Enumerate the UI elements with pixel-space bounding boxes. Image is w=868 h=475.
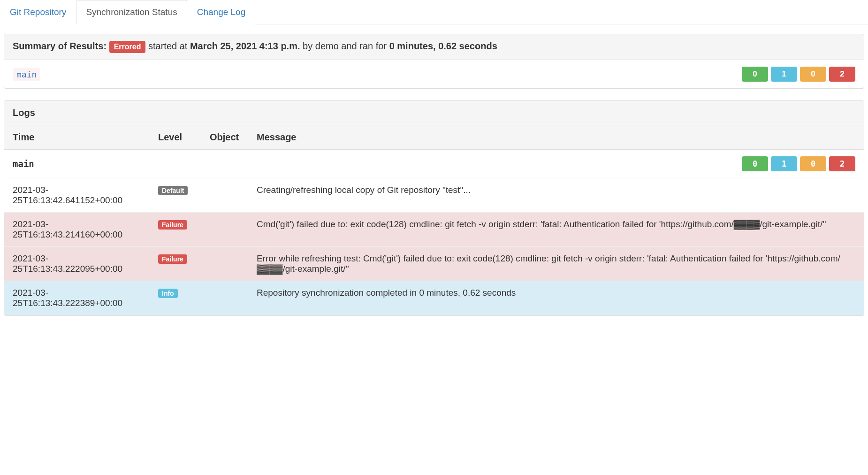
summary-by-prefix: by bbox=[303, 41, 312, 51]
status-badge: Errored bbox=[109, 41, 146, 53]
summary-started-prefix: started at bbox=[148, 41, 187, 51]
log-group-counts: 0 1 0 2 bbox=[739, 156, 855, 171]
level-badge: Info bbox=[158, 289, 178, 298]
log-time: 2021-03-25T16:13:42.641152+00:00 bbox=[4, 178, 150, 213]
summary-started-at: March 25, 2021 4:13 p.m. bbox=[190, 41, 300, 51]
log-message: Cmd('git') failed due to: exit code(128)… bbox=[248, 213, 864, 247]
col-time: Time bbox=[4, 125, 150, 150]
log-object bbox=[201, 281, 248, 315]
log-row: 2021-03-25T16:13:43.222389+00:00 Info Re… bbox=[4, 281, 864, 315]
log-message: Error while refreshing test: Cmd('git') … bbox=[248, 247, 864, 281]
logs-panel: Logs Time Level Object Message main 0 1 … bbox=[4, 100, 864, 316]
log-group-name: main bbox=[13, 159, 34, 169]
col-object: Object bbox=[201, 125, 248, 150]
tab-bar: Git Repository Synchronization Status Ch… bbox=[0, 0, 868, 24]
count-success: 0 bbox=[742, 67, 768, 82]
group-count-failure: 2 bbox=[829, 156, 855, 171]
summary-title: Summary of Results: bbox=[13, 41, 107, 51]
level-badge: Failure bbox=[158, 254, 187, 264]
log-object bbox=[201, 213, 248, 247]
log-row: 2021-03-25T16:13:43.214160+00:00 Failure… bbox=[4, 213, 864, 247]
count-warning: 0 bbox=[800, 67, 826, 82]
logs-title: Logs bbox=[4, 101, 864, 125]
log-level: Failure bbox=[150, 213, 201, 247]
summary-header: Summary of Results: Errored started at M… bbox=[4, 34, 864, 60]
log-message: Repository synchronization completed in … bbox=[248, 281, 864, 315]
tab-synchronization-status[interactable]: Synchronization Status bbox=[76, 0, 187, 24]
log-time: 2021-03-25T16:13:43.222095+00:00 bbox=[4, 247, 150, 281]
level-badge: Default bbox=[158, 186, 188, 195]
logs-header-row: Time Level Object Message bbox=[4, 125, 864, 150]
count-info: 1 bbox=[771, 67, 797, 82]
level-badge: Failure bbox=[158, 220, 187, 230]
log-level: Failure bbox=[150, 247, 201, 281]
summary-ran-prefix: and ran for bbox=[341, 41, 387, 51]
summary-by-user: demo bbox=[315, 41, 339, 51]
log-object bbox=[201, 178, 248, 213]
log-level: Default bbox=[150, 178, 201, 213]
group-count-success: 0 bbox=[742, 156, 768, 171]
log-level: Info bbox=[150, 281, 201, 315]
summary-duration: 0 minutes, 0.62 seconds bbox=[389, 41, 497, 51]
branch-link[interactable]: main bbox=[16, 69, 37, 79]
summary-body: main 0 1 0 2 bbox=[4, 60, 864, 88]
group-count-info: 1 bbox=[771, 156, 797, 171]
branch-tag: main bbox=[13, 68, 40, 81]
summary-panel: Summary of Results: Errored started at M… bbox=[4, 34, 864, 89]
branch-counts: 0 1 0 2 bbox=[739, 67, 855, 82]
tab-git-repository[interactable]: Git Repository bbox=[0, 0, 76, 24]
tab-change-log[interactable]: Change Log bbox=[187, 0, 256, 24]
log-group-row: main 0 1 0 2 bbox=[4, 150, 864, 178]
col-message: Message bbox=[248, 125, 864, 150]
log-object bbox=[201, 247, 248, 281]
logs-table: Time Level Object Message main 0 1 0 2 bbox=[4, 125, 864, 315]
count-failure: 2 bbox=[829, 67, 855, 82]
log-message: Creating/refreshing local copy of Git re… bbox=[248, 178, 864, 213]
log-time: 2021-03-25T16:13:43.222389+00:00 bbox=[4, 281, 150, 315]
log-row: 2021-03-25T16:13:42.641152+00:00 Default… bbox=[4, 178, 864, 213]
col-level: Level bbox=[150, 125, 201, 150]
group-count-warning: 0 bbox=[800, 156, 826, 171]
log-row: 2021-03-25T16:13:43.222095+00:00 Failure… bbox=[4, 247, 864, 281]
log-time: 2021-03-25T16:13:43.214160+00:00 bbox=[4, 213, 150, 247]
